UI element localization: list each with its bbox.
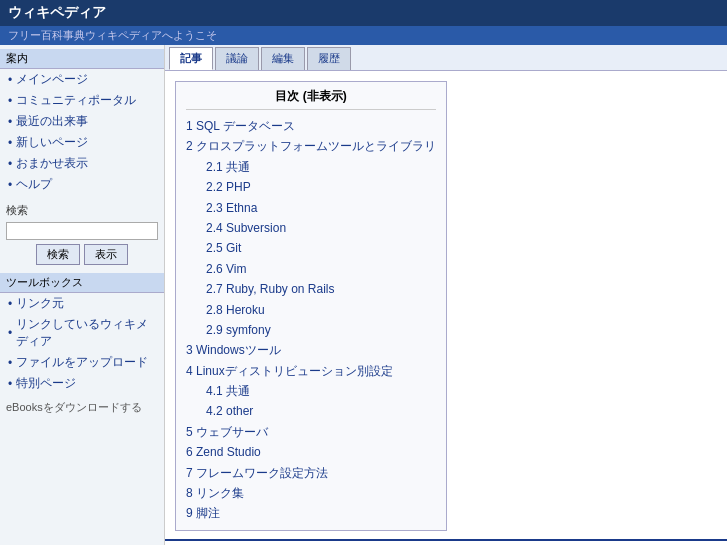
sidebar-tools-item[interactable]: ファイルをアップロード [0, 352, 164, 373]
toc-item[interactable]: 7 フレームワーク設定方法 [186, 463, 436, 483]
tab-記事[interactable]: 記事 [169, 47, 213, 70]
tabs: 記事議論編集履歴 [169, 47, 351, 70]
sidebar-nav-item[interactable]: ヘルプ [0, 174, 164, 195]
toc-item[interactable]: 1 SQL データベース [186, 116, 436, 136]
toc-box: 目次 (非表示) 1 SQL データベース2 クロスプラットフォームツールとライ… [175, 81, 447, 531]
sidebar-tools-item[interactable]: リンク元 [0, 293, 164, 314]
toc-item[interactable]: 2.8 Heroku [186, 300, 436, 320]
toc-item[interactable]: 9 脚注 [186, 503, 436, 523]
search-button[interactable]: 表示 [84, 244, 128, 265]
sidebar-nav-section: 案内 メインページコミュニティポータル最近の出来事新しいページおまかせ表示ヘルプ [0, 45, 164, 199]
sidebar-nav-items: メインページコミュニティポータル最近の出来事新しいページおまかせ表示ヘルプ [0, 69, 164, 195]
tab-議論[interactable]: 議論 [215, 47, 259, 70]
toc-item[interactable]: 2.1 共通 [186, 157, 436, 177]
page-title: ウィキペディア [0, 0, 727, 26]
toc-item[interactable]: 6 Zend Studio [186, 442, 436, 462]
toc-item[interactable]: 2.9 symfony [186, 320, 436, 340]
search-input[interactable] [6, 222, 158, 240]
sidebar-tools-section: ツールボックス リンク元リンクしているウィキメディアファイルをアップロード特別ペ… [0, 269, 164, 398]
toc-item[interactable]: 2.4 Subversion [186, 218, 436, 238]
sidebar-nav-item[interactable]: 最近の出来事 [0, 111, 164, 132]
sidebar-nav-item[interactable]: コミュニティポータル [0, 90, 164, 111]
main-content: 記事議論編集履歴 目次 (非表示) 1 SQL データベース2 クロスプラットフ… [165, 45, 727, 545]
sidebar-nav-item[interactable]: 新しいページ [0, 132, 164, 153]
toc-item[interactable]: 8 リンク集 [186, 483, 436, 503]
sidebar-tools-item[interactable]: 特別ページ [0, 373, 164, 394]
toc-item[interactable]: 2.2 PHP [186, 177, 436, 197]
sidebar-tools-items: リンク元リンクしているウィキメディアファイルをアップロード特別ページ [0, 293, 164, 394]
toc-item[interactable]: 4 Linuxディストリビューション別設定 [186, 361, 436, 381]
sidebar-eb-label: eBooksをダウンロードする [0, 398, 164, 417]
toc-item[interactable]: 2 クロスプラットフォームツールとライブラリ [186, 136, 436, 156]
toc-item[interactable]: 2.6 Vim [186, 259, 436, 279]
article-section: SQL データベース [編集] WITHの構文まとめ初心者向けのJOIN [165, 539, 727, 545]
toc-item[interactable]: 4.2 other [186, 401, 436, 421]
go-button[interactable]: 検索 [36, 244, 80, 265]
page-subtitle: フリー百科事典ウィキペディアへようこそ [0, 26, 727, 45]
tab-履歴[interactable]: 履歴 [307, 47, 351, 70]
search-buttons: 検索 表示 [0, 242, 164, 269]
sidebar-tools-header: ツールボックス [0, 273, 164, 293]
toc-title: 目次 (非表示) [186, 88, 436, 110]
sidebar-nav-item[interactable]: メインページ [0, 69, 164, 90]
toc-item[interactable]: 2.7 Ruby, Ruby on Rails [186, 279, 436, 299]
search-label: 検索 [0, 199, 164, 220]
sidebar-tools-item[interactable]: リンクしているウィキメディア [0, 314, 164, 352]
sidebar-nav-item[interactable]: おまかせ表示 [0, 153, 164, 174]
toc-item[interactable]: 2.5 Git [186, 238, 436, 258]
tab-bar: 記事議論編集履歴 [165, 45, 727, 71]
toc-item[interactable]: 4.1 共通 [186, 381, 436, 401]
toc-item[interactable]: 3 Windowsツール [186, 340, 436, 360]
sidebar: 案内 メインページコミュニティポータル最近の出来事新しいページおまかせ表示ヘルプ… [0, 45, 165, 545]
toc-items: 1 SQL データベース2 クロスプラットフォームツールとライブラリ2.1 共通… [186, 116, 436, 524]
toc-item[interactable]: 2.3 Ethna [186, 198, 436, 218]
sidebar-nav-header: 案内 [0, 49, 164, 69]
toc-item[interactable]: 5 ウェブサーバ [186, 422, 436, 442]
wiki-title: ウィキペディア [8, 4, 106, 20]
wiki-subtitle: フリー百科事典ウィキペディアへようこそ [8, 29, 217, 41]
tab-編集[interactable]: 編集 [261, 47, 305, 70]
